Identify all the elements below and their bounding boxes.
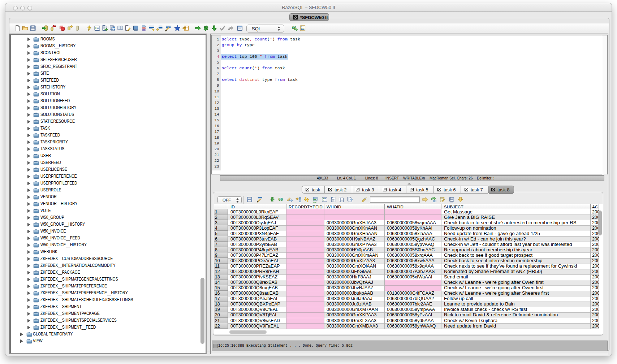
- svg-text:66: 66: [278, 197, 283, 202]
